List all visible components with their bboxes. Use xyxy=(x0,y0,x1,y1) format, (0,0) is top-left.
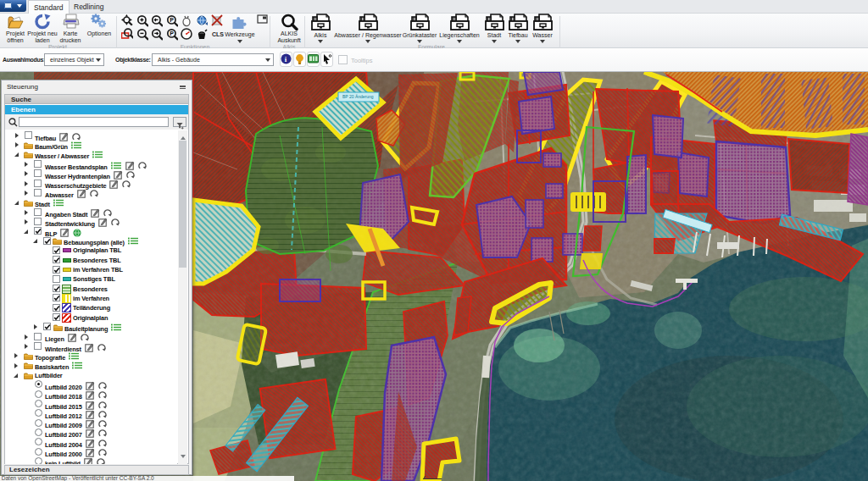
svg-text:P: P xyxy=(170,17,174,23)
svg-text:P: P xyxy=(170,30,174,36)
